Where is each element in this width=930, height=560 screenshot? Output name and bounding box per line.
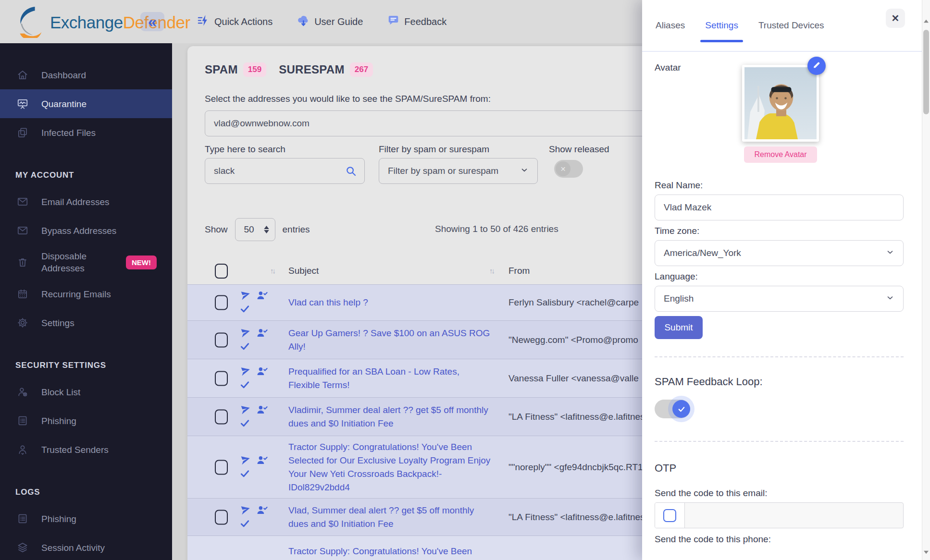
trust-sender-icon[interactable] (256, 290, 269, 302)
tab-surespam[interactable]: SURESPAM 267 (279, 62, 373, 77)
surespam-count-badge: 267 (350, 62, 373, 77)
sidebar-item-email-addresses[interactable]: Email Addresses (0, 187, 172, 216)
language-select[interactable]: English (655, 286, 904, 312)
sidebar-item-settings[interactable]: Settings (0, 308, 172, 337)
trust-sender-icon[interactable] (256, 403, 269, 416)
row-checkbox[interactable] (215, 510, 228, 524)
remove-avatar-button[interactable]: Remove Avatar (744, 146, 817, 163)
otp-email-input[interactable] (685, 503, 903, 528)
tab-settings[interactable]: Settings (704, 19, 739, 32)
spam-tabs: SPAM 159 SURESPAM 267 (205, 62, 373, 77)
sort-icon[interactable]: ↑↓ (489, 267, 494, 275)
show-released-label: Show released (549, 144, 609, 155)
trash-icon (16, 256, 29, 268)
panel-scrollbar[interactable] (922, 0, 930, 560)
remove-avatar-label: Remove Avatar (754, 150, 806, 159)
search-icon[interactable] (345, 165, 358, 180)
check-icon[interactable] (239, 468, 253, 480)
row-checkbox[interactable] (215, 371, 228, 386)
trust-sender-icon[interactable] (256, 454, 269, 466)
sidebar-item-logs-phishing[interactable]: Phishing (0, 504, 172, 533)
trust-sender-icon[interactable] (256, 327, 269, 339)
email-subject-link[interactable]: Tractor Supply: Congratulations! You've … (288, 440, 492, 494)
feedback-label: Feedback (404, 16, 446, 27)
double-chevron-left-icon: « (148, 14, 157, 29)
release-email-icon[interactable] (239, 327, 253, 339)
sidebar-item-session-activity[interactable]: Session Activity (0, 533, 172, 560)
row-checkbox[interactable] (215, 409, 228, 424)
email-subject-link[interactable]: Prequalified for an SBA Loan - Low Rates… (288, 365, 492, 392)
real-name-input[interactable]: Vlad Mazek (655, 195, 904, 220)
trust-sender-icon[interactable] (256, 365, 269, 377)
search-input-value: slack (214, 166, 235, 176)
row-checkbox[interactable] (215, 460, 228, 475)
email-subject-link[interactable]: Gear Up Gamers! ? Save $100 on an ASUS R… (288, 327, 492, 353)
column-header-subject[interactable]: Subject (288, 266, 319, 276)
email-from: ""noreply"" <gfe94dncbjk5qc.RT1 (508, 462, 643, 473)
list-icon (16, 414, 29, 427)
check-icon[interactable] (239, 417, 253, 430)
email-subject-link[interactable]: Vlad, Summer deal alert ?? get $5 off mo… (288, 504, 492, 531)
spam-feedback-toggle[interactable] (655, 400, 690, 418)
search-input[interactable]: slack (205, 158, 365, 184)
gear-icon (16, 317, 29, 329)
row-checkbox[interactable] (215, 295, 228, 310)
sidebar-item-dashboard[interactable]: Dashboard (0, 61, 172, 89)
quick-actions-button[interactable]: Quick Actions (197, 14, 273, 29)
logo-text: ExchangeDefender (50, 13, 190, 32)
sidebar-item-bypass-addresses[interactable]: Bypass Addresses (0, 216, 172, 245)
user-guide-button[interactable]: User Guide (297, 14, 363, 30)
tab-spam-label: SPAM (205, 63, 238, 76)
row-checkbox[interactable] (215, 332, 228, 347)
close-panel-button[interactable]: ✕ (886, 9, 905, 28)
sidebar-item-quarantine[interactable]: Quarantine (0, 89, 172, 118)
tab-surespam-label: SURESPAM (279, 63, 345, 76)
sidebar-section-my-account: MY ACCOUNT (0, 163, 172, 187)
row-actions (239, 327, 269, 353)
release-email-icon[interactable] (239, 365, 253, 377)
scrollbar-thumb[interactable] (923, 30, 929, 114)
new-badge: NEW! (126, 256, 157, 269)
submit-button[interactable]: Submit (655, 316, 703, 339)
envelope-icon (16, 195, 29, 208)
quick-actions-label: Quick Actions (214, 16, 273, 27)
check-icon[interactable] (239, 379, 253, 391)
scroll-up-icon[interactable] (922, 17, 930, 25)
sidebar-item-trusted-senders[interactable]: Trusted Senders (0, 435, 172, 464)
sidebar-item-disposable-addresses[interactable]: Disposable Addresses NEW! (0, 245, 172, 280)
sidebar-item-infected-files[interactable]: Infected Files (0, 118, 172, 147)
check-icon[interactable] (239, 304, 253, 316)
select-all-checkbox[interactable] (215, 264, 228, 279)
email-subject-link[interactable]: Vlad can this help ? (288, 296, 492, 309)
check-icon[interactable] (239, 518, 253, 530)
email-subject-link[interactable]: Vladimir, Summer deal alert ?? get $5 of… (288, 403, 492, 430)
sidebar-item-phishing[interactable]: Phishing (0, 406, 172, 435)
sort-icon[interactable]: ↑↓ (270, 267, 274, 275)
sidebar-item-label: Dashboard (41, 69, 86, 81)
timezone-select[interactable]: America/New_York (655, 240, 904, 266)
sidebar-item-recurring-emails[interactable]: Recurring Emails (0, 280, 172, 308)
otp-email-checkbox[interactable] (663, 509, 676, 522)
sidebar-collapse-button[interactable]: « (140, 12, 164, 31)
feedback-button[interactable]: Feedback (387, 14, 446, 29)
release-email-icon[interactable] (239, 290, 253, 302)
email-subject-link[interactable]: Tractor Supply: Congratulations! You've … (288, 545, 492, 558)
page-size-select[interactable]: 50 (235, 218, 275, 241)
release-email-icon[interactable] (239, 403, 253, 416)
trust-sender-icon[interactable] (256, 504, 269, 516)
panel-tabs: Aliases Settings Trusted Devices (642, 0, 925, 52)
tab-aliases[interactable]: Aliases (655, 19, 686, 32)
scroll-down-icon[interactable] (922, 548, 930, 556)
calendar-icon (16, 288, 29, 300)
check-icon[interactable] (239, 341, 253, 353)
release-email-icon[interactable] (239, 454, 253, 466)
column-header-from[interactable]: From (508, 266, 530, 276)
tab-trusted-devices[interactable]: Trusted Devices (757, 19, 825, 32)
release-email-icon[interactable] (239, 504, 253, 516)
edit-avatar-button[interactable] (807, 57, 826, 75)
show-released-toggle[interactable]: ✕ (554, 160, 583, 178)
tab-spam[interactable]: SPAM 159 (205, 62, 266, 77)
sidebar-item-block-list[interactable]: Block List (0, 377, 172, 406)
filter-select[interactable]: Filter by spam or surespam (379, 158, 538, 184)
filter-select-value: Filter by spam or surespam (388, 166, 498, 176)
